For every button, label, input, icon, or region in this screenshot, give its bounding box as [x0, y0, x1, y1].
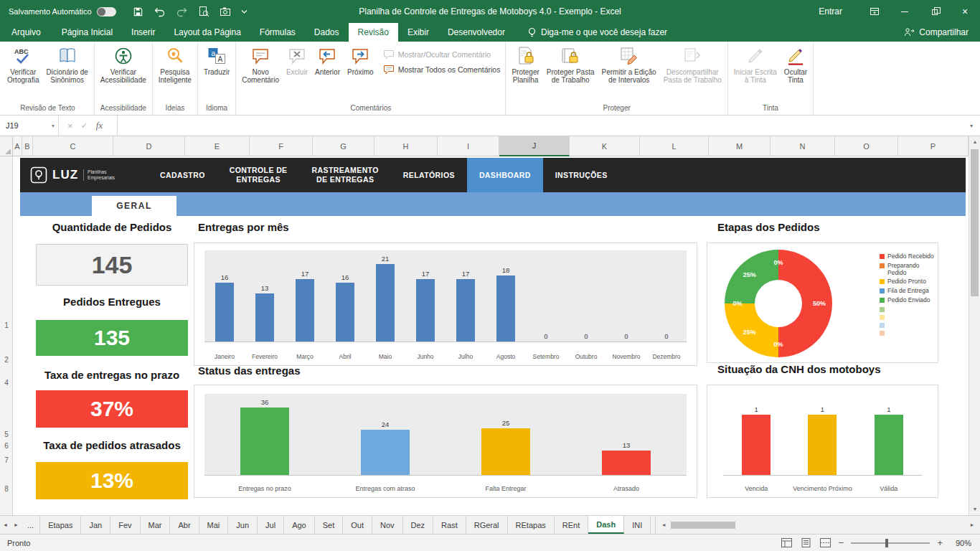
- ribbon-button-mostrar-todos-os-comentarios[interactable]: Mostrar Todos os Comentários: [383, 65, 501, 75]
- zoom-slider[interactable]: [851, 542, 930, 544]
- insert-function-icon[interactable]: fx: [96, 120, 103, 131]
- zoom-in-button[interactable]: +: [937, 537, 943, 548]
- ribbon-tab-pagina-inicial[interactable]: Página Inicial: [52, 23, 122, 42]
- ribbon-tab-revisao[interactable]: Revisão: [349, 23, 398, 42]
- ribbon-tab-exibir[interactable]: Exibir: [398, 23, 438, 42]
- zoom-level[interactable]: 90%: [950, 539, 971, 547]
- column-header-l[interactable]: L: [640, 136, 709, 156]
- sheet-tab-mar[interactable]: Mar: [141, 516, 171, 534]
- sheet-tab-dash[interactable]: Dash: [588, 516, 624, 534]
- horizontal-scrollbar[interactable]: ◄ ►: [656, 516, 980, 534]
- column-header-k[interactable]: K: [570, 136, 640, 156]
- ribbon-button-traduzir[interactable]: aATraduzir: [200, 42, 233, 78]
- page-break-view-button[interactable]: [819, 537, 831, 548]
- sheet-tab-mai[interactable]: Mai: [199, 516, 229, 534]
- tell-me-box[interactable]: Diga-me o que você deseja fazer: [527, 23, 667, 42]
- column-header-g[interactable]: G: [313, 136, 374, 156]
- zoom-slider-thumb[interactable]: [885, 539, 888, 547]
- ribbon-tab-arquivo[interactable]: Arquivo: [0, 23, 52, 42]
- sheet-tab-jan[interactable]: Jan: [81, 516, 110, 534]
- ribbon-tab-layout-da-pagina[interactable]: Layout da Página: [164, 23, 250, 42]
- ribbon-button-novo-comentario[interactable]: Novo Comentário: [238, 42, 283, 86]
- subtab-geral[interactable]: GERAL: [92, 196, 176, 216]
- sheet-tab-set[interactable]: Set: [315, 516, 344, 534]
- column-header-m[interactable]: M: [709, 136, 771, 156]
- save-icon[interactable]: [133, 6, 143, 17]
- column-header-e[interactable]: E: [185, 136, 250, 156]
- sheet-tab-ago[interactable]: Ago: [284, 516, 315, 534]
- close-button[interactable]: ×: [950, 0, 980, 23]
- column-header-i[interactable]: I: [438, 136, 499, 156]
- sheet-nav-right-icon[interactable]: ►: [11, 516, 22, 534]
- ribbon-button-verificar-acessibilidade[interactable]: Verificar Acessibilidade: [97, 42, 150, 86]
- ribbon-button-ocultar-tinta[interactable]: Ocultar Tinta: [781, 42, 811, 86]
- print-preview-icon[interactable]: [198, 6, 209, 17]
- row-header-2[interactable]: 2: [0, 356, 13, 364]
- row-header-4[interactable]: 4: [0, 379, 13, 387]
- ribbon-button-proteger-planilha[interactable]: Proteger Planilha: [508, 42, 542, 86]
- nav-item-cadastro[interactable]: CADASTRO: [148, 158, 217, 192]
- nav-item-controle-de-entregas[interactable]: CONTROLE DE ENTREGAS: [217, 158, 300, 192]
- vertical-scroll-thumb[interactable]: [971, 149, 979, 296]
- sheet-tab-rgeral[interactable]: RGeral: [466, 516, 508, 534]
- camera-icon[interactable]: [220, 6, 231, 17]
- sheet-tab-jun[interactable]: Jun: [228, 516, 258, 534]
- ribbon-tab-inserir[interactable]: Inserir: [122, 23, 164, 42]
- sheet-tab-dez[interactable]: Dez: [403, 516, 434, 534]
- ribbon-button-anterior[interactable]: Anterior: [311, 42, 344, 78]
- column-header-p[interactable]: P: [898, 136, 969, 156]
- sheet-tab-jul[interactable]: Jul: [258, 516, 284, 534]
- horizontal-scroll-thumb[interactable]: [671, 522, 735, 529]
- column-header-n[interactable]: N: [771, 136, 835, 156]
- formula-input[interactable]: [118, 116, 963, 136]
- column-header-b[interactable]: B: [22, 136, 33, 156]
- scroll-up-icon[interactable]: ▲: [969, 136, 980, 148]
- column-header-o[interactable]: O: [835, 136, 898, 156]
- undo-icon[interactable]: [154, 6, 166, 17]
- sheet-tab-retapas[interactable]: REtapas: [508, 516, 555, 534]
- ribbon-button-permitir-a-edicao-de-intervalos[interactable]: Permitir a Edição de Intervalos: [598, 42, 660, 86]
- page-layout-view-button[interactable]: [800, 537, 812, 548]
- nav-item-instrucoes[interactable]: INSTRUÇÕES: [543, 158, 620, 192]
- select-all-corner[interactable]: [0, 136, 13, 156]
- minimize-button[interactable]: [890, 0, 920, 23]
- name-box-chevron-icon[interactable]: ▾: [52, 123, 55, 129]
- sheet-tab-rent[interactable]: REnt: [555, 516, 588, 534]
- sheet-tab-fev[interactable]: Fev: [110, 516, 140, 534]
- scroll-down-icon[interactable]: ▼: [969, 504, 980, 515]
- ribbon-button-verificar-ortografia[interactable]: ABCVerificar Ortografia: [4, 42, 42, 86]
- ribbon-button-proximo[interactable]: Próximo: [344, 42, 377, 78]
- column-header-c[interactable]: C: [33, 136, 113, 156]
- ribbon-button-dicionario-de-sinonimos[interactable]: Dicionário de Sinônimos: [42, 42, 91, 86]
- nav-item-rastreamento-de-entregas[interactable]: RASTREAMENTO DE ENTREGAS: [300, 158, 391, 192]
- tab-splitter[interactable]: [651, 516, 656, 534]
- scroll-right-icon[interactable]: ►: [966, 522, 978, 527]
- customize-quick-access-icon[interactable]: [241, 9, 248, 14]
- sheet-tab-abr[interactable]: Abr: [170, 516, 199, 534]
- horizontal-scroll-track[interactable]: [669, 521, 966, 529]
- share-button[interactable]: Compartilhar: [904, 23, 980, 42]
- sheet-tab-etapas[interactable]: Etapas: [40, 516, 81, 534]
- name-box[interactable]: J19 ▾: [0, 116, 59, 136]
- column-header-a[interactable]: A: [13, 136, 22, 156]
- row-header-6[interactable]: 6: [0, 442, 13, 450]
- ribbon-tab-desenvolvedor[interactable]: Desenvolvedor: [438, 23, 514, 42]
- normal-view-button[interactable]: [781, 537, 793, 548]
- zoom-out-button[interactable]: −: [839, 537, 844, 548]
- row-header-5[interactable]: 5: [0, 430, 13, 438]
- autosave-toggle[interactable]: [97, 7, 116, 17]
- sheet-tab-ini[interactable]: INI: [624, 516, 651, 534]
- ribbon-button-proteger-pasta-de-trabalho[interactable]: Proteger Pasta de Trabalho: [543, 42, 598, 86]
- sheet-tab-overflow[interactable]: ...: [22, 516, 40, 534]
- sheet-nav-left-icon[interactable]: ◄: [0, 516, 11, 534]
- column-header-h[interactable]: H: [374, 136, 438, 156]
- vertical-scrollbar[interactable]: ▲ ▼: [969, 136, 980, 515]
- ribbon-button-pesquisa-inteligente[interactable]: Pesquisa Inteligente: [155, 42, 195, 86]
- ribbon-display-options-icon[interactable]: [859, 0, 890, 23]
- ribbon-tab-dados[interactable]: Dados: [305, 23, 349, 42]
- nav-item-dashboard[interactable]: DASHBOARD: [467, 158, 543, 192]
- ribbon-tab-formulas[interactable]: Fórmulas: [250, 23, 305, 42]
- sign-in-button[interactable]: Entrar: [801, 6, 859, 17]
- row-header-7[interactable]: 7: [0, 456, 13, 464]
- restore-button[interactable]: [920, 0, 950, 23]
